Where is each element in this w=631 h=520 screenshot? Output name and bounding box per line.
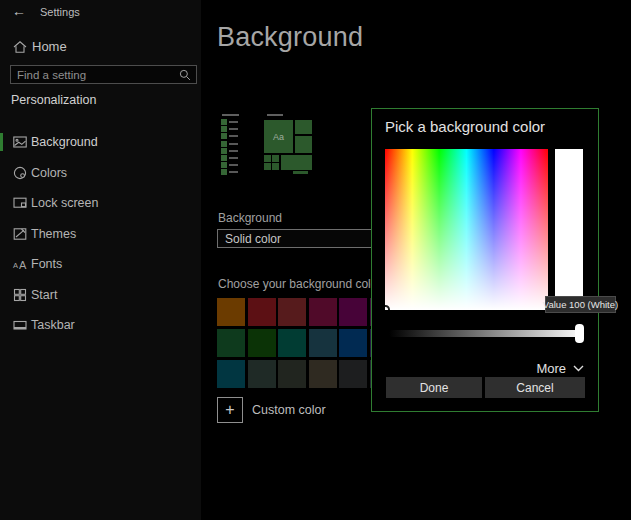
taskbar-icon [12, 317, 28, 333]
preview-app-list-row [221, 133, 238, 139]
palette-icon [12, 165, 28, 181]
selected-accent-bar [0, 133, 3, 151]
cancel-button[interactable]: Cancel [485, 377, 585, 398]
sidebar-item-start[interactable]: Start [0, 281, 201, 309]
preview-tile [272, 155, 279, 162]
color-swatch[interactable] [278, 298, 306, 326]
value-tooltip: Value 100 (White) [545, 296, 616, 313]
preview-app-list-row [221, 169, 238, 175]
fonts-icon: AA [12, 256, 28, 272]
search-icon[interactable] [178, 68, 192, 82]
sidebar-item-label: Home [32, 39, 67, 54]
sidebar-item-label: Taskbar [31, 318, 75, 332]
sidebar-item-themes[interactable]: Themes [0, 220, 201, 248]
color-spectrum[interactable] [385, 149, 548, 310]
preview-tile [272, 163, 279, 170]
preview-tile [281, 155, 312, 170]
back-button[interactable]: ← [10, 2, 28, 20]
preview-app-list-row [221, 141, 238, 147]
section-header: Personalization [11, 93, 96, 107]
back-arrow-icon: ← [12, 3, 26, 19]
dialog-title: Pick a background color [385, 118, 545, 135]
preview-app-list [221, 119, 238, 177]
preview-tile [293, 171, 308, 174]
plus-icon: + [225, 401, 234, 419]
preview-tile [295, 136, 312, 153]
sidebar-item-label: Colors [31, 166, 67, 180]
sidebar-item-fonts[interactable]: AA Fonts [0, 250, 201, 278]
background-section-label: Background [218, 211, 282, 225]
settings-window: ← Settings Home Personalization Backgrou… [0, 0, 631, 520]
sidebar-item-label: Background [31, 135, 98, 149]
preview-header-line [222, 114, 239, 116]
color-swatch[interactable] [217, 298, 245, 326]
preview-app-list-row [221, 148, 238, 154]
color-swatch[interactable] [339, 298, 367, 326]
home-icon [12, 39, 28, 55]
svg-text:A: A [13, 261, 18, 270]
color-swatch[interactable] [339, 360, 367, 388]
value-preview-strip[interactable] [555, 149, 583, 310]
sidebar-item-label: Themes [31, 227, 76, 241]
spectrum-selection-ring[interactable] [385, 305, 390, 310]
value-slider-thumb[interactable] [575, 324, 584, 343]
lock-screen-icon [12, 195, 28, 211]
color-swatch[interactable] [248, 360, 276, 388]
preview-app-list-row [221, 119, 238, 125]
dropdown-selected-value: Solid color [225, 232, 281, 246]
preview-app-list-row [221, 155, 238, 161]
color-swatch[interactable] [217, 329, 245, 357]
preview-header-line [267, 114, 283, 116]
preview-tile [264, 155, 271, 162]
sidebar-item-label: Lock screen [31, 196, 98, 210]
sidebar-item-home[interactable]: Home [0, 36, 201, 58]
sidebar-item-lock-screen[interactable]: Lock screen [0, 189, 201, 217]
sidebar-item-label: Start [31, 288, 57, 302]
color-picker-dialog: Pick a background color Value 100 (White… [371, 108, 599, 412]
sidebar-nav: Background Colors Lock screen Themes [0, 128, 201, 342]
start-menu-preview: Aa [264, 120, 312, 175]
start-grid-icon [12, 287, 28, 303]
background-icon [12, 134, 28, 150]
more-button[interactable]: More [536, 360, 584, 376]
color-swatch[interactable] [309, 360, 337, 388]
preview-tile-aa-label: Aa [273, 132, 284, 142]
window-title: Settings [40, 6, 80, 18]
color-swatch[interactable] [248, 298, 276, 326]
svg-text:A: A [19, 259, 27, 271]
page-title: Background [217, 22, 363, 53]
sidebar-item-colors[interactable]: Colors [0, 159, 201, 187]
color-swatch[interactable] [278, 329, 306, 357]
more-label: More [536, 361, 566, 376]
color-swatch[interactable] [309, 298, 337, 326]
chevron-down-icon [573, 365, 584, 372]
sidebar: ← Settings Home Personalization Backgrou… [0, 0, 201, 520]
sidebar-item-background[interactable]: Background [0, 128, 201, 156]
search-input[interactable] [17, 66, 172, 83]
color-swatch[interactable] [278, 360, 306, 388]
custom-color-label: Custom color [252, 403, 326, 417]
color-swatch[interactable] [217, 360, 245, 388]
sidebar-item-label: Fonts [31, 257, 62, 271]
custom-color-button[interactable]: + [217, 397, 243, 423]
value-slider[interactable] [389, 330, 584, 337]
color-swatch[interactable] [248, 329, 276, 357]
preview-tile [264, 163, 271, 170]
themes-icon [12, 226, 28, 242]
preview-app-list-row [221, 126, 238, 132]
color-swatch[interactable] [339, 329, 367, 357]
done-button[interactable]: Done [386, 377, 482, 398]
choose-color-label: Choose your background color [218, 277, 381, 291]
sidebar-item-taskbar[interactable]: Taskbar [0, 311, 201, 339]
preview-tile-aa: Aa [264, 120, 293, 153]
preview-tile [295, 120, 312, 134]
color-swatch[interactable] [309, 329, 337, 357]
search-box [10, 65, 197, 84]
preview-app-list-row [221, 162, 238, 168]
